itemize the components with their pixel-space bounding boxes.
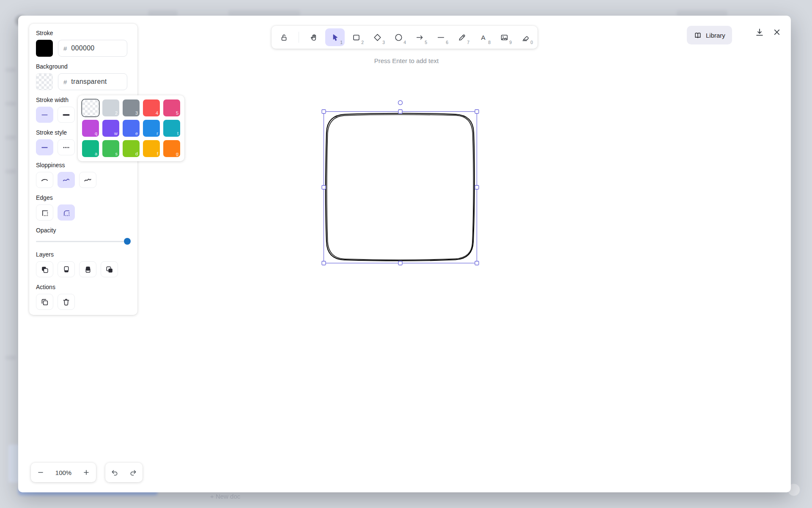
- color-swatch-fab005[interactable]: f: [143, 140, 160, 157]
- tool-rectangle-button[interactable]: 2: [346, 28, 366, 46]
- color-swatch-40c057[interactable]: s: [102, 140, 119, 157]
- stroke-color-input[interactable]: # 000000: [58, 40, 127, 57]
- sloppiness-cartoonist-button[interactable]: [79, 172, 96, 188]
- swatch-shortcut-label: e: [135, 131, 138, 136]
- opacity-slider[interactable]: [36, 238, 131, 245]
- color-swatch-be4bdb[interactable]: q: [82, 120, 99, 137]
- color-swatch-15aabf[interactable]: t: [163, 120, 180, 137]
- background-color-swatch[interactable]: [36, 73, 53, 90]
- tool-image-button[interactable]: 9: [494, 28, 514, 46]
- tool-shortcut-label: 3: [382, 40, 385, 45]
- zoom-in-button[interactable]: [77, 463, 96, 482]
- zoom-out-button[interactable]: [31, 463, 50, 482]
- book-icon: [694, 31, 702, 39]
- color-swatch-82c91e[interactable]: d: [123, 140, 140, 157]
- tool-lock-button[interactable]: [274, 28, 294, 46]
- selection-box: [324, 112, 477, 263]
- edges-round-button[interactable]: [58, 204, 75, 221]
- swatch-shortcut-label: 4: [156, 110, 158, 116]
- color-swatch-ced4da[interactable]: 2: [102, 99, 119, 116]
- svg-text:A: A: [481, 33, 486, 41]
- download-button[interactable]: [752, 24, 768, 40]
- undo-button[interactable]: [105, 463, 124, 482]
- rotation-handle[interactable]: [398, 101, 403, 105]
- ellipse-icon: [394, 33, 403, 42]
- edges-sharp-button[interactable]: [36, 204, 53, 221]
- zoom-controls: 100%: [31, 463, 96, 482]
- bring-forward-button[interactable]: [79, 261, 96, 277]
- tool-arrow-button[interactable]: 5: [410, 28, 429, 46]
- actions-label: Actions: [36, 284, 131, 290]
- tool-line-button[interactable]: 6: [431, 28, 450, 46]
- tool-shortcut-label: 1: [340, 40, 343, 45]
- swatch-shortcut-label: a: [95, 151, 97, 156]
- bring-to-front-button[interactable]: [101, 261, 118, 277]
- stroke-color-swatch[interactable]: [36, 40, 53, 57]
- swatch-shortcut-label: 5: [176, 110, 178, 116]
- color-swatch-228be6[interactable]: r: [143, 120, 160, 137]
- color-swatch-4c6ef5[interactable]: e: [123, 120, 140, 137]
- redo-button[interactable]: [124, 463, 143, 482]
- drawn-rectangle[interactable]: [326, 113, 475, 261]
- duplicate-icon: [44, 301, 48, 305]
- stroke-value: 000000: [71, 44, 94, 52]
- tool-shortcut-label: 7: [467, 40, 469, 45]
- color-swatch-868e96[interactable]: 3: [123, 99, 140, 116]
- close-icon: [772, 28, 782, 37]
- send-to-back-button[interactable]: [36, 261, 53, 277]
- tool-draw-button[interactable]: 7: [452, 28, 472, 46]
- rectangle-icon: [352, 33, 361, 42]
- send-backward-button[interactable]: [58, 261, 75, 277]
- color-swatch-transparent[interactable]: [82, 99, 99, 116]
- properties-panel: Stroke # 000000 Background # transparent…: [29, 24, 137, 315]
- stroke-hash: #: [63, 45, 67, 52]
- color-swatch-e64980[interactable]: 5: [163, 99, 180, 116]
- close-button[interactable]: [769, 24, 785, 40]
- line-icon: [436, 33, 445, 42]
- color-swatch-fd7e14[interactable]: g: [163, 140, 180, 157]
- stroke-style-dotted-button[interactable]: [58, 139, 75, 155]
- lock-icon: [280, 33, 288, 42]
- swatch-shortcut-label: q: [95, 131, 97, 136]
- duplicate-button[interactable]: [36, 294, 53, 310]
- tool-diamond-button[interactable]: 3: [368, 28, 387, 46]
- tool-text-button[interactable]: A8: [473, 28, 493, 46]
- canvas-hint: Press Enter to add text: [272, 57, 541, 64]
- redo-icon: [129, 468, 137, 477]
- diamond-icon: [373, 33, 382, 42]
- text-icon: A: [479, 33, 488, 42]
- tool-selection-button[interactable]: 1: [325, 28, 345, 46]
- stroke-width-bold-button[interactable]: [58, 107, 75, 123]
- tool-shortcut-label: 5: [425, 40, 427, 45]
- resize-handles[interactable]: [322, 110, 479, 265]
- tool-shortcut-label: 8: [488, 40, 491, 45]
- sloppiness-architect-button[interactable]: [36, 172, 53, 188]
- swatch-shortcut-label: g: [176, 151, 178, 156]
- stroke-style-solid-button[interactable]: [36, 139, 53, 155]
- swatch-shortcut-label: r: [156, 131, 158, 136]
- round-corner-icon: [64, 210, 69, 215]
- zoom-level[interactable]: 100%: [50, 469, 77, 476]
- cartoonist-icon: [85, 179, 91, 181]
- history-controls: [105, 463, 143, 482]
- sloppiness-artist-button[interactable]: [58, 172, 75, 188]
- trash-icon: [63, 299, 69, 305]
- tool-eraser-button[interactable]: 0: [516, 28, 535, 46]
- swatch-shortcut-label: d: [135, 151, 138, 156]
- tool-ellipse-button[interactable]: 4: [389, 28, 408, 46]
- stroke-width-thin-button[interactable]: [36, 107, 53, 123]
- swatch-shortcut-label: f: [157, 151, 158, 156]
- background-value: transparent: [71, 78, 107, 86]
- selection-icon: [331, 33, 340, 42]
- delete-button[interactable]: [58, 294, 75, 310]
- color-swatch-fa5252[interactable]: 4: [143, 99, 160, 116]
- plus-icon: [82, 468, 91, 477]
- tool-hand-button[interactable]: [304, 28, 324, 46]
- color-swatch-12b886[interactable]: a: [82, 140, 99, 157]
- tool-shortcut-label: 6: [446, 40, 448, 45]
- color-swatch-7950f2[interactable]: w: [102, 120, 119, 137]
- toolbar-divider: [299, 32, 299, 43]
- library-button[interactable]: Library: [687, 26, 732, 44]
- opacity-knob[interactable]: [124, 238, 131, 245]
- background-color-input[interactable]: # transparent: [58, 73, 127, 90]
